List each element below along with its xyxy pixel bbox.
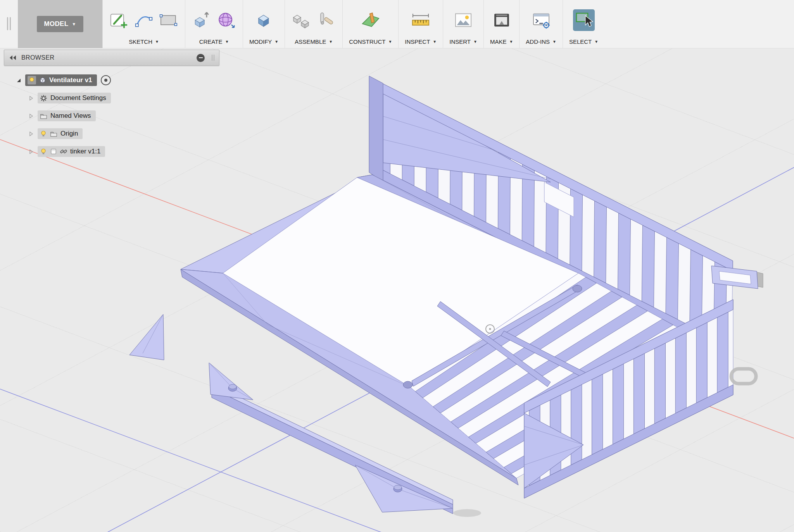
press-pull-icon[interactable] bbox=[254, 10, 274, 30]
tree-item-label: tinker v1:1 bbox=[70, 148, 100, 155]
row-chip[interactable]: tinker v1:1 bbox=[38, 146, 105, 157]
mesh-slat bbox=[594, 201, 607, 283]
extrude-icon[interactable] bbox=[192, 10, 212, 30]
new-component-icon[interactable] bbox=[291, 10, 311, 30]
scripts-addins-icon[interactable] bbox=[531, 10, 551, 30]
boss bbox=[573, 285, 582, 292]
measure-icon[interactable] bbox=[411, 10, 431, 30]
toolbar-menu-construct[interactable]: CONSTRUCT ▼ bbox=[349, 37, 392, 46]
mesh-slat bbox=[613, 364, 624, 444]
chevron-down-icon: ▼ bbox=[552, 40, 556, 44]
row-chip[interactable]: Named Views bbox=[38, 110, 96, 121]
chevron-down-icon: ▼ bbox=[72, 22, 76, 26]
browser-header[interactable]: BROWSER bbox=[4, 50, 219, 66]
boss bbox=[403, 381, 413, 388]
toolbar-group-select: SELECT ▼ bbox=[563, 0, 604, 48]
3d-print-icon[interactable] bbox=[492, 10, 512, 30]
window-grip[interactable] bbox=[0, 0, 18, 48]
toolbar-menu-select[interactable]: SELECT ▼ bbox=[569, 37, 598, 46]
disclosure-collapsed-icon[interactable] bbox=[29, 149, 34, 154]
disclosure-expanded-icon[interactable] bbox=[16, 78, 21, 83]
mesh-slat bbox=[666, 238, 679, 320]
mesh-slat bbox=[696, 322, 707, 403]
tree-item-label: Origin bbox=[60, 130, 78, 138]
workspace-switcher-area: MODEL ▼ bbox=[18, 0, 102, 48]
gear-icon bbox=[40, 95, 47, 102]
lightbulb-icon[interactable] bbox=[40, 130, 47, 137]
collapse-panel-icon[interactable] bbox=[9, 55, 17, 60]
link-icon bbox=[60, 148, 67, 155]
mesh-slat bbox=[675, 333, 686, 413]
mesh-slat bbox=[654, 343, 665, 424]
panel-resize-grip[interactable] bbox=[212, 55, 214, 61]
row-chip[interactable]: Origin bbox=[38, 128, 83, 139]
gray-loop-part[interactable] bbox=[731, 369, 756, 384]
construction-plane-icon[interactable] bbox=[361, 10, 381, 30]
chevron-down-icon: ▼ bbox=[388, 40, 392, 44]
mesh-slat bbox=[618, 213, 631, 295]
tree-item-label: Named Views bbox=[50, 112, 91, 120]
panel-options-icon[interactable] bbox=[197, 54, 205, 62]
toolbar-menu-modify[interactable]: MODIFY ▼ bbox=[249, 37, 278, 46]
joint-icon[interactable] bbox=[316, 10, 336, 30]
workspace-label: MODEL bbox=[44, 20, 68, 28]
selected-row-chip[interactable]: Ventilateur v1 bbox=[25, 74, 97, 86]
tree-row-tinker[interactable]: tinker v1:1 bbox=[4, 143, 219, 160]
toolbar-group-insert: INSERT ▼ bbox=[443, 0, 483, 48]
lightbulb-icon[interactable] bbox=[40, 148, 47, 155]
toolbar-menu-assemble[interactable]: ASSEMBLE ▼ bbox=[295, 37, 333, 46]
chevron-down-icon: ▼ bbox=[433, 40, 437, 44]
component-icon bbox=[39, 77, 46, 84]
row-chip[interactable]: Document Settings bbox=[38, 93, 111, 103]
folder-icon bbox=[50, 130, 57, 138]
tree-row-root-component[interactable]: Ventilateur v1 bbox=[4, 71, 219, 89]
rectangle-icon[interactable] bbox=[159, 10, 179, 30]
disclosure-collapsed-icon[interactable] bbox=[29, 114, 34, 119]
tree-row-document-settings[interactable]: Document Settings bbox=[4, 89, 219, 107]
arc-icon[interactable] bbox=[134, 10, 154, 30]
browser-title: BROWSER bbox=[21, 54, 54, 61]
activate-component-radio[interactable] bbox=[101, 75, 111, 85]
workspace-switcher-button[interactable]: MODEL ▼ bbox=[37, 16, 83, 32]
mesh-slat bbox=[717, 312, 728, 393]
toolbar-group-assemble: ASSEMBLE ▼ bbox=[285, 0, 342, 48]
toolbar-group-construct: CONSTRUCT ▼ bbox=[342, 0, 398, 48]
form-icon[interactable] bbox=[216, 10, 236, 30]
insert-image-icon[interactable] bbox=[453, 10, 473, 30]
toolbar: MODEL ▼ SKETCH ▼ bbox=[0, 0, 794, 48]
toolbar-menu-insert[interactable]: INSERT ▼ bbox=[449, 37, 477, 46]
chevron-down-icon: ▼ bbox=[274, 40, 278, 44]
browser-tree: Ventilateur v1 Document Setti bbox=[4, 71, 219, 160]
toolbar-group-modify: MODIFY ▼ bbox=[243, 0, 285, 48]
chevron-down-icon: ▼ bbox=[473, 40, 477, 44]
chevron-down-icon: ▼ bbox=[155, 40, 159, 44]
toolbar-group-sketch: SKETCH ▼ bbox=[102, 0, 185, 48]
toolbar-group-inspect: INSPECT ▼ bbox=[398, 0, 443, 48]
loose-triangle-part[interactable] bbox=[129, 314, 164, 360]
lightbulb-icon[interactable] bbox=[28, 77, 35, 84]
chevron-down-icon: ▼ bbox=[509, 40, 513, 44]
chevron-down-icon: ▼ bbox=[594, 40, 598, 44]
toolbar-menu-make[interactable]: MAKE ▼ bbox=[490, 37, 513, 46]
tree-row-origin[interactable]: Origin bbox=[4, 125, 219, 143]
mesh-slat bbox=[642, 225, 654, 307]
folder-icon bbox=[40, 112, 47, 120]
model-mesh[interactable] bbox=[129, 76, 763, 517]
toolbar-menu-addins[interactable]: ADD-INS ▼ bbox=[526, 37, 556, 46]
tree-row-named-views[interactable]: Named Views bbox=[4, 107, 219, 125]
create-sketch-icon[interactable] bbox=[109, 10, 129, 30]
toolbar-group-make: MAKE ▼ bbox=[483, 0, 519, 48]
part-shadow bbox=[453, 509, 481, 517]
toolbar-menu-sketch[interactable]: SKETCH ▼ bbox=[129, 37, 159, 46]
mesh-slat bbox=[633, 353, 644, 434]
select-cursor-icon[interactable] bbox=[573, 9, 595, 31]
toolbar-group-create: CREATE ▼ bbox=[185, 0, 243, 48]
toolbar-menu-create[interactable]: CREATE ▼ bbox=[199, 37, 229, 46]
browser-panel: BROWSER Ventilateur v1 bbox=[4, 50, 219, 160]
mesh-slat bbox=[592, 374, 603, 455]
body-icon bbox=[50, 148, 57, 155]
toolbar-menu-inspect[interactable]: INSPECT ▼ bbox=[405, 37, 437, 46]
disclosure-collapsed-icon[interactable] bbox=[29, 96, 34, 101]
toolbar-group-addins: ADD-INS ▼ bbox=[519, 0, 563, 48]
disclosure-collapsed-icon[interactable] bbox=[29, 131, 34, 136]
